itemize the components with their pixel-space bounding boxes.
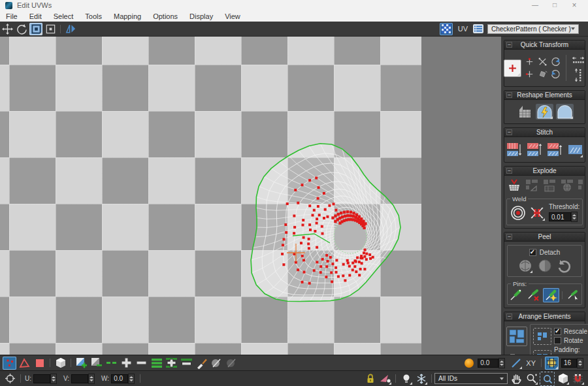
grid-size-spinner[interactable] [577,358,583,368]
move-h-button[interactable] [523,56,535,67]
snap-button[interactable] [571,372,585,385]
menu-edit[interactable]: Edit [24,12,48,20]
break-button[interactable] [506,178,522,193]
grow-selection-button[interactable] [74,357,88,370]
stitch-source-button[interactable] [546,141,563,158]
align-pivot-button[interactable] [504,59,521,77]
menu-display[interactable]: Display [184,12,219,20]
interactive-pin-button[interactable] [565,288,581,302]
peel-mode-button[interactable] [537,258,553,274]
rotate-checkbox[interactable] [554,337,561,344]
texture-list-button[interactable] [472,23,485,35]
relax-custom-button[interactable] [556,104,574,120]
zoom-button[interactable] [525,372,538,385]
grid-size-field[interactable] [561,359,577,368]
flatten-custom-button[interactable] [577,178,583,193]
auto-pin-button[interactable] [543,288,559,302]
loop-button[interactable] [150,357,163,370]
uv-channel-label[interactable]: UV [458,25,468,33]
soft-selection-field[interactable] [478,359,498,368]
highlight-button[interactable] [399,372,413,385]
move-v-button[interactable] [523,69,535,80]
grow-ring-button[interactable] [165,357,178,370]
rescale-checkbox[interactable] [554,328,561,335]
uv-viewport[interactable] [0,37,501,355]
zoom-region-button[interactable] [540,372,555,386]
flatten-by-smoothing-button[interactable] [542,178,557,193]
vertex-mode-button[interactable] [3,357,16,370]
align-vertical-button[interactable] [571,68,585,82]
filter-faces-button[interactable] [378,372,392,385]
w-spinner[interactable] [128,374,135,384]
collapse-icon[interactable]: − [506,168,512,174]
reset-peel-button[interactable] [557,258,572,274]
menu-options[interactable]: Options [147,12,184,20]
shrink-ring-button[interactable] [180,357,193,370]
lock-selection-button[interactable] [363,372,377,385]
move-diag-button[interactable] [536,56,548,67]
move-tool-button[interactable] [1,23,14,35]
shrink-loop-button[interactable] [135,357,148,370]
flatten-by-material-button[interactable] [559,178,575,193]
unpin-button[interactable] [525,288,542,302]
target-weld-button[interactable] [510,204,527,221]
stitch-target-button[interactable] [566,141,583,158]
detach-checkbox[interactable] [529,249,536,256]
align-horizontal-button[interactable] [571,54,585,66]
stitch-custom-button[interactable] [506,141,523,158]
close-button[interactable]: × [564,0,584,10]
threshold-spinner[interactable] [571,212,578,222]
zoom-extents-button[interactable] [556,372,570,385]
threshold-field[interactable] [549,212,571,221]
axis-label[interactable]: XY [526,359,536,367]
maximize-button[interactable]: □ [545,0,564,10]
rotate-free-button[interactable] [536,69,548,80]
element-mode-button[interactable] [54,357,67,370]
menu-mapping[interactable]: Mapping [108,12,147,20]
v-spinner[interactable] [88,374,95,384]
uv-mesh[interactable] [0,37,501,355]
rotate-ccw-button[interactable] [549,69,561,80]
weld-selected-button[interactable] [529,204,546,221]
scale-tool-button[interactable] [29,23,42,35]
freeform-tool-button[interactable] [44,23,57,35]
pattern-dropdown[interactable]: CheckerPattern ( Checker ) [487,24,579,34]
show-map-button[interactable] [440,23,453,35]
relax-until-flat-button[interactable] [516,104,533,120]
pin-button[interactable] [508,288,524,302]
collapse-icon[interactable]: − [506,129,512,135]
shrink-selection-button[interactable] [90,357,103,370]
relax-button[interactable] [536,104,553,120]
u-spinner[interactable] [50,374,57,384]
w-field[interactable] [111,374,128,383]
edge-mode-button[interactable] [18,357,31,370]
stitch-average-button[interactable] [526,141,543,158]
pan-button[interactable] [510,372,523,385]
grow-loop-button[interactable] [120,357,133,370]
soft-selection-spinner[interactable] [498,358,505,368]
menu-select[interactable]: Select [48,12,80,20]
collapse-icon[interactable]: − [506,42,512,48]
flatten-by-angle-button[interactable] [524,178,540,193]
paint-relax-button[interactable] [225,357,238,370]
mirror-tool-button[interactable] [64,23,77,35]
paint-move-button[interactable] [210,357,223,370]
polygon-mode-button[interactable] [33,357,46,370]
quick-peel-button[interactable] [517,258,533,274]
soft-selection-button[interactable] [462,357,476,370]
pack-together-button[interactable] [533,328,551,345]
freeze-button[interactable] [414,372,428,385]
v-field[interactable] [71,374,88,383]
edge-ring-button[interactable] [105,357,118,370]
pack-normalize-button[interactable] [506,327,527,346]
paint-select-button[interactable] [195,357,208,370]
snap-grid-button[interactable] [545,357,559,370]
menu-tools[interactable]: Tools [79,12,108,20]
pack-full-button[interactable] [533,350,551,355]
absolute-mode-button[interactable] [3,372,17,385]
rotate-tool-button[interactable] [15,23,28,35]
collapse-icon[interactable]: − [506,92,512,98]
rotate-cw-button[interactable] [549,56,561,67]
collapse-icon[interactable]: − [506,314,512,319]
u-field[interactable] [33,374,50,383]
